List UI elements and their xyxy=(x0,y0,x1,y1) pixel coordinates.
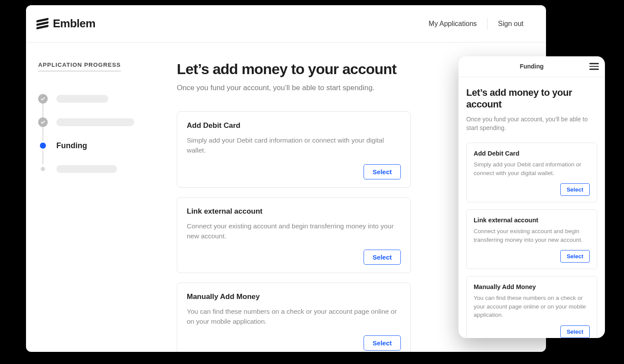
current-step-dot-icon xyxy=(38,141,48,150)
nav-my-applications[interactable]: My Applications xyxy=(418,20,487,28)
nav-sign-out[interactable]: Sign out xyxy=(488,20,534,28)
mobile-page-title: Let’s add money to your account xyxy=(466,87,597,110)
mobile-body: Let’s add money to your account Once you… xyxy=(458,77,605,338)
option-title: Link external account xyxy=(474,217,590,224)
progress-sidebar: APPLICATION PROGRESS Funding xyxy=(38,61,168,352)
option-title: Add Debit Card xyxy=(474,150,590,157)
mobile-header: Funding xyxy=(458,56,605,77)
sidebar-title: APPLICATION PROGRESS xyxy=(38,62,121,72)
main-content: Let’s add money to your account Once you… xyxy=(168,61,411,352)
option-title: Link external account xyxy=(187,207,401,216)
progress-step-completed-2 xyxy=(38,117,168,127)
mobile-header-title: Funding xyxy=(520,63,543,70)
step-label-placeholder xyxy=(56,118,134,126)
select-button[interactable]: Select xyxy=(560,183,590,196)
select-button[interactable]: Select xyxy=(364,250,401,265)
emblem-logo-icon xyxy=(36,18,49,30)
current-step-label: Funding xyxy=(56,141,87,150)
option-title: Add Debit Card xyxy=(187,121,401,130)
funding-option-link-external: Link external account Connect your exist… xyxy=(177,197,411,273)
mobile-option-link-external: Link external account Connect your exist… xyxy=(466,209,597,269)
mobile-window: Funding Let’s add money to your account … xyxy=(458,56,605,338)
check-icon xyxy=(38,94,48,104)
progress-step-future xyxy=(38,164,168,174)
progress-list: Funding xyxy=(38,94,168,174)
hamburger-menu-icon[interactable] xyxy=(589,63,599,70)
mobile-option-manual: Manually Add Money You can find these nu… xyxy=(466,276,597,338)
option-description: Simply add your Debit card information o… xyxy=(187,135,401,156)
funding-option-debit-card: Add Debit Card Simply add your Debit car… xyxy=(177,111,411,188)
progress-step-completed-1 xyxy=(38,94,168,104)
brand-name: Emblem xyxy=(53,17,95,30)
option-description: You can find these numbers on a check or… xyxy=(187,306,401,327)
funding-option-manual: Manually Add Money You can find these nu… xyxy=(177,283,411,352)
brand-logo[interactable]: Emblem xyxy=(36,17,95,30)
select-button[interactable]: Select xyxy=(560,325,590,338)
option-title: Manually Add Money xyxy=(474,283,590,290)
step-label-placeholder xyxy=(56,95,108,103)
app-header: Emblem My Applications Sign out xyxy=(26,5,546,42)
mobile-page-subtitle: Once you fund your account, you’ll be ab… xyxy=(466,115,597,133)
option-description: You can find these numbers on a check or… xyxy=(474,294,590,319)
future-step-dot-icon xyxy=(38,164,48,174)
page-title: Let’s add money to your account xyxy=(177,61,411,78)
option-description: Connect your existing account and begin … xyxy=(187,221,401,241)
option-description: Connect your existing account and begin … xyxy=(474,227,590,244)
header-nav: My Applications Sign out xyxy=(418,18,534,30)
select-button[interactable]: Select xyxy=(364,164,401,179)
page-subtitle: Once you fund your account, you’ll be ab… xyxy=(177,84,411,92)
option-description: Simply add your Debit card information o… xyxy=(474,160,590,177)
mobile-option-debit-card: Add Debit Card Simply add your Debit car… xyxy=(466,143,597,202)
progress-step-current: Funding xyxy=(38,141,168,150)
select-button[interactable]: Select xyxy=(560,250,590,263)
option-title: Manually Add Money xyxy=(187,292,401,301)
select-button[interactable]: Select xyxy=(364,335,401,351)
check-icon xyxy=(38,117,48,127)
step-label-placeholder xyxy=(56,165,117,173)
